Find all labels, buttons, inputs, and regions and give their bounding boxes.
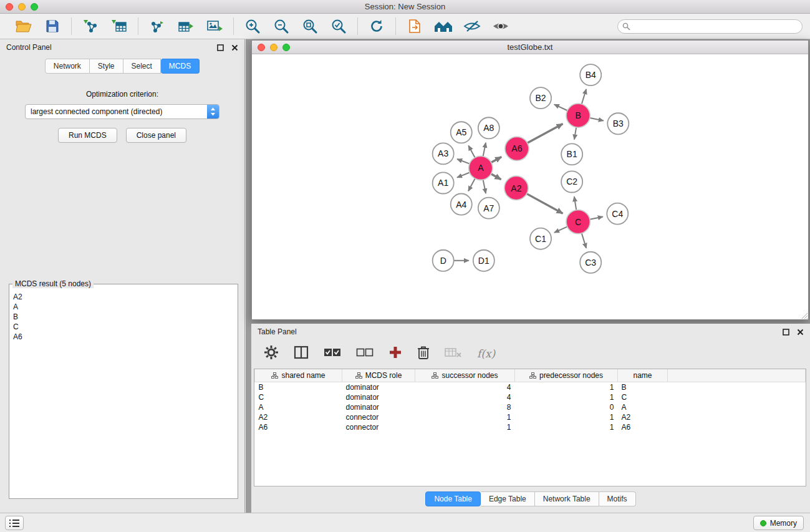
graph-edge-C-C3[interactable] (582, 233, 586, 248)
graph-edge-B-B1[interactable] (574, 127, 576, 140)
graph-edge-C-C4[interactable] (590, 217, 603, 220)
close-table-panel-icon[interactable] (797, 329, 804, 336)
mcds-result-item[interactable]: C (11, 322, 236, 332)
close-window-icon[interactable] (6, 3, 13, 11)
network-minimize-icon[interactable] (270, 44, 277, 51)
graph-node-C4[interactable]: C4 (607, 203, 628, 225)
export-network-button[interactable] (146, 16, 168, 36)
open-session-button[interactable] (12, 16, 35, 36)
column-header-name[interactable]: name (618, 369, 668, 382)
table-cell[interactable]: C (255, 392, 342, 402)
graph-edge-A-A3[interactable] (457, 159, 470, 164)
table-row[interactable]: Bdominator41B (255, 382, 806, 393)
graph-node-A8[interactable]: A8 (478, 117, 499, 138)
mcds-result-item[interactable]: A6 (11, 332, 236, 342)
table-row[interactable]: Adominator80A (255, 402, 806, 412)
table-cell[interactable]: 4 (415, 392, 515, 402)
column-header-mcds-role[interactable]: MCDS role (342, 369, 415, 382)
table-cell[interactable]: 1 (515, 422, 618, 432)
export-table-button[interactable] (175, 16, 197, 36)
close-panel-button[interactable]: Close panel (126, 128, 186, 143)
column-header-successor-nodes[interactable]: successor nodes (415, 369, 515, 382)
import-network-button[interactable] (79, 16, 102, 36)
tab-style[interactable]: Style (90, 59, 123, 74)
tab-edge-table[interactable]: Edge Table (481, 491, 535, 506)
graph-node-A3[interactable]: A3 (433, 143, 454, 164)
tab-motifs[interactable]: Motifs (599, 491, 636, 506)
graph-node-D[interactable]: D (433, 250, 454, 271)
table-cell[interactable]: A (255, 402, 342, 412)
network-window-titlebar[interactable]: testGlobe.txt (252, 41, 808, 54)
float-panel-icon[interactable] (217, 44, 224, 51)
table-cell[interactable]: A2 (255, 412, 342, 422)
graph-node-B3[interactable]: B3 (607, 113, 629, 134)
table-cell[interactable]: dominator (342, 402, 415, 412)
graph-node-A6[interactable]: A6 (505, 137, 529, 160)
maximize-window-icon[interactable] (31, 3, 38, 11)
network-close-icon[interactable] (258, 44, 265, 51)
graph-edge-A-A6[interactable] (491, 157, 502, 163)
table-cell[interactable]: A6 (618, 422, 668, 432)
mcds-result-item[interactable]: A2 (11, 292, 236, 302)
graph-edge-B-B4[interactable] (582, 89, 586, 104)
graph-edge-C-C2[interactable] (574, 196, 576, 210)
graph-edge-A-A7[interactable] (483, 180, 486, 193)
graph-edge-A-A2[interactable] (491, 174, 501, 180)
table-cell[interactable]: A2 (618, 412, 668, 422)
graph-node-A2[interactable]: A2 (504, 176, 528, 200)
mcds-result-item[interactable]: A (11, 302, 236, 312)
network-window[interactable]: testGlobe.txt B4B2BB3A5A8A6A3B1AC2A1A2A4… (251, 40, 809, 320)
graph-node-B[interactable]: B (566, 104, 590, 127)
table-cell[interactable]: dominator (342, 382, 415, 393)
graph-node-C3[interactable]: C3 (580, 252, 601, 273)
show-columns-button[interactable] (294, 346, 309, 362)
graph-edge-A-A4[interactable] (468, 178, 475, 191)
graph-node-A[interactable]: A (469, 156, 493, 180)
table-cell[interactable]: connector (342, 422, 415, 432)
graph-node-C[interactable]: C (566, 210, 590, 234)
graph-edge-B-B3[interactable] (590, 118, 604, 120)
zoom-out-button[interactable] (270, 16, 292, 36)
add-row-button[interactable] (388, 346, 402, 362)
graph-node-B1[interactable]: B1 (561, 143, 582, 165)
table-cell[interactable]: C (618, 392, 668, 402)
home-button[interactable] (432, 16, 455, 36)
tab-network[interactable]: Network (45, 59, 90, 74)
memory-button[interactable]: Memory (753, 516, 804, 530)
deselect-all-button[interactable] (356, 347, 374, 360)
mcds-result-item[interactable]: B (11, 312, 236, 322)
table-cell[interactable]: connector (342, 412, 415, 422)
graph-node-C2[interactable]: C2 (561, 171, 582, 192)
table-cell[interactable]: 1 (415, 422, 515, 432)
graph-node-D1[interactable]: D1 (473, 250, 494, 271)
function-builder-button[interactable]: f(x) (477, 347, 495, 360)
graph-node-B4[interactable]: B4 (580, 64, 601, 85)
select-all-button[interactable] (324, 347, 341, 360)
delete-row-button[interactable] (417, 345, 430, 362)
refresh-button[interactable] (365, 16, 388, 36)
graph-edge-A-A1[interactable] (457, 173, 470, 178)
graph-edge-A6-B[interactable] (528, 124, 563, 143)
graph-node-A4[interactable]: A4 (451, 194, 472, 215)
graph-edge-A2-C[interactable] (527, 194, 563, 214)
mcds-result-list[interactable]: A2ABCA6 (11, 292, 236, 497)
table-cell[interactable]: 1 (515, 392, 618, 402)
table-cell[interactable]: 8 (415, 402, 515, 412)
export-image-button[interactable] (203, 16, 226, 36)
import-table-button[interactable] (108, 16, 130, 36)
zoom-in-button[interactable] (241, 16, 264, 36)
save-session-button[interactable] (41, 16, 64, 36)
graph-edge-A-A8[interactable] (483, 143, 486, 157)
show-hide-graphics-button[interactable] (489, 16, 512, 36)
open-recent-file-button[interactable] (403, 16, 426, 36)
table-row[interactable]: A2connector11A2 (255, 412, 806, 422)
table-cell[interactable]: 1 (415, 412, 515, 422)
minimize-window-icon[interactable] (18, 3, 26, 11)
graph-node-C1[interactable]: C1 (530, 228, 551, 249)
delete-table-button[interactable] (445, 346, 462, 361)
column-header-shared-name[interactable]: shared name (255, 369, 342, 382)
table-cell[interactable]: 1 (515, 412, 618, 422)
tab-mcds[interactable]: MCDS (161, 59, 200, 74)
table-cell[interactable]: B (255, 382, 342, 393)
search-input[interactable] (617, 19, 803, 34)
